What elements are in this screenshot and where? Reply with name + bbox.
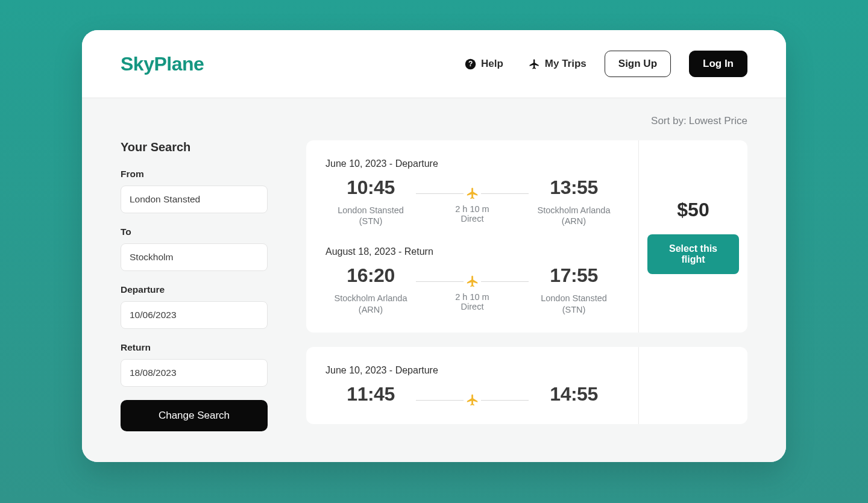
- arrival-time: 14:55: [529, 383, 619, 405]
- plane-icon: [529, 58, 540, 70]
- leg-label: June 10, 2023 - Departure: [326, 365, 619, 376]
- arrival-airport-name: London Stansted: [529, 292, 619, 304]
- mytrips-label: My Trips: [545, 58, 587, 70]
- signup-button[interactable]: Sign Up: [605, 51, 671, 77]
- sort-control[interactable]: Sort by: Lowest Price: [121, 115, 747, 127]
- departure-input[interactable]: [121, 301, 268, 329]
- departure-airport-name: Stockholm Arlanda: [326, 292, 416, 304]
- help-label: Help: [481, 58, 503, 70]
- plane-icon: [466, 275, 479, 288]
- sort-value: Lowest Price: [689, 115, 747, 127]
- arrival-time: 17:55: [529, 264, 619, 287]
- help-icon: ?: [465, 58, 476, 70]
- stops: Direct: [416, 302, 529, 311]
- header: SkyPlane ? Help My Trips Sign Up Log In: [82, 30, 786, 98]
- change-search-button[interactable]: Change Search: [121, 400, 268, 431]
- flight-leg: June 10, 2023 - Departure 10:45 London S…: [326, 158, 619, 226]
- departure-time: 16:20: [326, 264, 416, 287]
- departure-time: 11:45: [326, 383, 416, 405]
- flight-leg: June 10, 2023 - Departure 11:45: [326, 365, 619, 406]
- to-label: To: [121, 227, 268, 237]
- departure-airport-code: (ARN): [326, 305, 416, 314]
- search-sidebar: Your Search From To Departure Return Cha…: [121, 140, 268, 431]
- login-button[interactable]: Log In: [689, 51, 747, 77]
- departure-label: Departure: [121, 284, 268, 295]
- arrival-airport-name: Stockholm Arlanda: [529, 204, 619, 216]
- arrival-airport-code: (STN): [529, 305, 619, 314]
- sort-label: Sort by:: [651, 115, 687, 127]
- plane-icon: [466, 393, 479, 407]
- svg-text:?: ?: [468, 60, 473, 68]
- arrival-airport-code: (ARN): [529, 216, 619, 226]
- departure-airport-name: London Stansted: [326, 204, 416, 216]
- mytrips-link[interactable]: My Trips: [529, 58, 587, 70]
- leg-label: August 18, 2023 - Return: [326, 246, 619, 257]
- departure-airport-code: (STN): [326, 216, 416, 226]
- duration: 2 h 10 m: [416, 292, 529, 302]
- sidebar-title: Your Search: [121, 140, 268, 154]
- flight-card: June 10, 2023 - Departure 11:45: [306, 347, 747, 424]
- from-input[interactable]: [121, 186, 268, 213]
- departure-time: 10:45: [326, 177, 416, 199]
- arrival-time: 13:55: [529, 177, 619, 199]
- plane-icon: [466, 187, 479, 200]
- price: $50: [677, 199, 709, 221]
- return-label: Return: [121, 342, 268, 353]
- results-list: June 10, 2023 - Departure 10:45 London S…: [306, 140, 747, 424]
- to-input[interactable]: [121, 243, 268, 271]
- help-link[interactable]: ? Help: [465, 58, 503, 70]
- duration: 2 h 10 m: [416, 204, 529, 214]
- return-input[interactable]: [121, 359, 268, 387]
- results-area: Sort by: Lowest Price Your Search From T…: [82, 98, 786, 462]
- stops: Direct: [416, 214, 529, 223]
- leg-label: June 10, 2023 - Departure: [326, 158, 619, 169]
- brand-logo[interactable]: SkyPlane: [121, 53, 204, 75]
- from-label: From: [121, 169, 268, 180]
- flight-card: June 10, 2023 - Departure 10:45 London S…: [306, 140, 747, 333]
- select-flight-button[interactable]: Select this flight: [647, 234, 739, 274]
- flight-leg: August 18, 2023 - Return 16:20 Stockholm…: [326, 246, 619, 314]
